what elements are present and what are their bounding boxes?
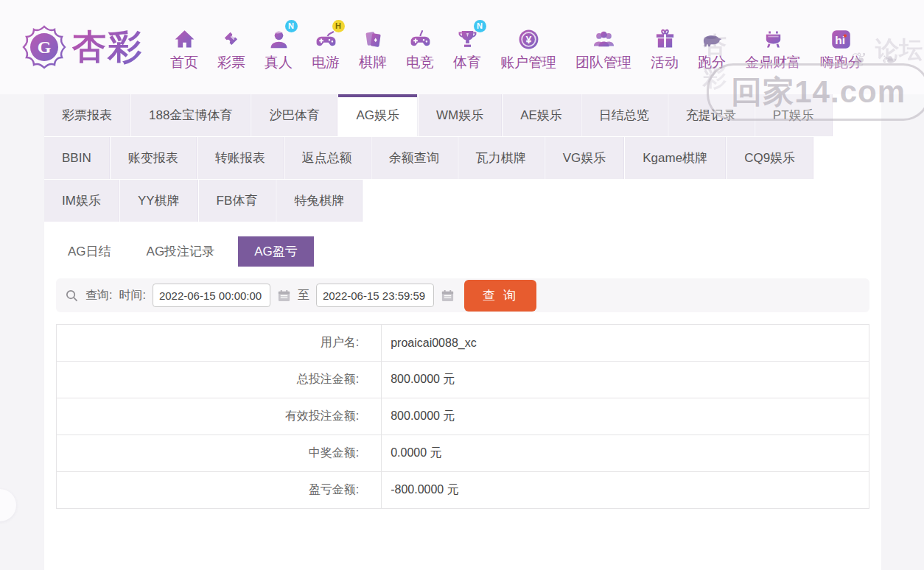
calendar-from-button[interactable] xyxy=(277,289,291,303)
table-row: 中奖金额: 0.0000 元 xyxy=(57,435,869,472)
calendar-to-button[interactable] xyxy=(441,289,455,303)
nav-label: 团队管理 xyxy=(575,53,631,72)
row-value: 0.0000 元 xyxy=(382,435,869,472)
tab-yy-qipai[interactable]: YY棋牌 xyxy=(120,180,198,222)
lottery-ticket-icon xyxy=(220,28,243,51)
row-value: proaicai0088_xc xyxy=(382,325,869,362)
time-label: 时间: xyxy=(119,288,145,303)
ag-subtabs: AG日结 AG投注记录 AG盈亏 xyxy=(56,236,881,267)
nav-item-live[interactable]: N 真人 xyxy=(255,23,302,72)
table-row: 盈亏金额: -800.0000 元 xyxy=(57,472,869,509)
top-navigation-bar: G 杏彩 首页 彩票 N 真人 H 电游 xyxy=(0,0,924,94)
row-label: 有效投注金额: xyxy=(57,398,382,435)
nav-item-slots[interactable]: H 电游 xyxy=(302,23,349,72)
nav-item-hipaofen[interactable]: hi 嗨跑分 xyxy=(811,23,872,72)
nav-item-lottery[interactable]: 彩票 xyxy=(208,23,255,72)
nav-item-activity[interactable]: 活动 xyxy=(641,23,688,72)
nav-item-cards[interactable]: 棋牌 xyxy=(349,23,396,72)
subtab-ag-rijie[interactable]: AG日结 xyxy=(56,236,123,267)
home-icon xyxy=(173,28,196,51)
nav-label: 电竞 xyxy=(406,53,434,72)
nav-item-esports[interactable]: 电竞 xyxy=(396,23,444,72)
nav-item-sports[interactable]: N 体育 xyxy=(444,23,491,72)
tab-ae-yule[interactable]: AE娱乐 xyxy=(503,94,581,136)
tab-zhangbian-baobiao[interactable]: 账变报表 xyxy=(111,137,197,179)
tab-tetu-qipai[interactable]: 特兔棋牌 xyxy=(276,180,363,222)
tab-ag-yule[interactable]: AG娱乐 xyxy=(338,94,418,136)
table-row: 用户名: proaicai0088_xc xyxy=(57,325,869,362)
brand-logo[interactable]: G 杏彩 xyxy=(21,24,150,71)
watermark-ghost-text: 论坛 xyxy=(875,34,923,66)
calendar-icon xyxy=(441,289,455,303)
tab-pt-yule[interactable]: PT娱乐 xyxy=(755,94,833,136)
nav-item-account[interactable]: ¥ 账户管理 xyxy=(491,23,566,72)
activity-gift-icon xyxy=(654,28,676,51)
row-value: 800.0000 元 xyxy=(382,362,869,398)
tab-zhuanzhang-baobiao[interactable]: 转账报表 xyxy=(197,137,284,179)
search-bar: 查询: 时间: 至 查 询 xyxy=(56,278,869,312)
nav-badge: N xyxy=(285,20,298,32)
tab-im-yule[interactable]: IM娱乐 xyxy=(44,180,119,222)
nav-badge: N xyxy=(474,20,486,32)
nav-label: 体育 xyxy=(453,53,481,72)
tab-bbin[interactable]: BBIN xyxy=(44,137,110,179)
brand-name: 杏彩 xyxy=(72,24,143,70)
tab-wm-yule[interactable]: WM娱乐 xyxy=(419,94,502,136)
esports-gamepad-icon xyxy=(409,28,432,51)
ding-cauldron-icon xyxy=(762,28,785,51)
query-submit-button[interactable]: 查 询 xyxy=(464,280,536,312)
nav-label: 彩票 xyxy=(217,53,245,72)
calendar-icon xyxy=(277,289,291,303)
tab-caipiao-baobiao[interactable]: 彩票报表 xyxy=(44,94,130,136)
tab-rijie-zonglan[interactable]: 日结总览 xyxy=(581,94,668,136)
live-person-icon xyxy=(267,28,290,51)
tab-cq9-yule[interactable]: CQ9娱乐 xyxy=(727,137,813,179)
nav-label: 电游 xyxy=(312,53,340,72)
nav-item-jinding[interactable]: 金鼎财富 xyxy=(735,23,811,72)
tab-fb-tiyu[interactable]: FB体育 xyxy=(199,180,276,222)
report-tabs: 彩票报表 188金宝博体育 沙巴体育 AG娱乐 WM娱乐 AE娱乐 日结总览 充… xyxy=(44,94,881,222)
nav-label: 金鼎财富 xyxy=(745,53,801,72)
nav-label: 活动 xyxy=(651,53,679,72)
nav-label: 首页 xyxy=(170,53,198,72)
nav-label: 真人 xyxy=(265,53,293,72)
tab-vg-yule[interactable]: VG娱乐 xyxy=(545,137,625,179)
main-nav: 首页 彩票 N 真人 H 电游 棋牌 xyxy=(161,23,872,72)
nav-label: 嗨跑分 xyxy=(820,53,862,72)
main-content: 彩票报表 188金宝博体育 沙巴体育 AG娱乐 WM娱乐 AE娱乐 日结总览 充… xyxy=(44,94,881,570)
slots-gamepad-icon xyxy=(315,28,337,51)
date-from-input[interactable] xyxy=(153,284,270,307)
tab-kgame-qipai[interactable]: Kgame棋牌 xyxy=(625,137,726,179)
table-row: 总投注金额: 800.0000 元 xyxy=(57,362,869,398)
logo-flower-icon: G xyxy=(21,24,68,71)
cards-icon xyxy=(362,28,385,51)
sports-trophy-icon xyxy=(456,28,479,51)
tab-yue-chaxun[interactable]: 余额查询 xyxy=(371,137,458,179)
subtab-ag-touzhu-jilu[interactable]: AG投注记录 xyxy=(135,236,227,267)
date-to-input[interactable] xyxy=(316,284,434,307)
nav-label: 棋牌 xyxy=(359,53,387,72)
row-value: -800.0000 元 xyxy=(382,472,869,509)
nav-item-team[interactable]: 团队管理 xyxy=(566,23,641,72)
profit-summary-table: 用户名: proaicai0088_xc 总投注金额: 800.0000 元 有… xyxy=(56,324,869,509)
edge-floating-widget[interactable] xyxy=(0,489,16,521)
table-row: 有效投注金额: 800.0000 元 xyxy=(57,398,869,435)
row-label: 盈亏金额: xyxy=(57,472,382,509)
row-label: 中奖金额: xyxy=(57,435,382,472)
nav-item-paofen[interactable]: 跑分 xyxy=(688,23,735,72)
row-value: 800.0000 元 xyxy=(382,398,869,435)
tab-wali-qipai[interactable]: 瓦力棋牌 xyxy=(458,137,545,179)
to-separator: 至 xyxy=(298,288,309,303)
tab-shaba-tiyu[interactable]: 沙巴体育 xyxy=(251,94,337,136)
nav-item-home[interactable]: 首页 xyxy=(161,23,208,72)
rhino-icon xyxy=(701,28,724,51)
nav-badge: H xyxy=(332,20,345,32)
row-label: 总投注金额: xyxy=(57,362,382,398)
query-label: 查询: xyxy=(85,288,112,303)
team-people-icon xyxy=(592,28,615,51)
account-coin-icon: ¥ xyxy=(517,28,540,51)
tab-chongti-jilu[interactable]: 充提记录 xyxy=(668,94,755,136)
tab-fandian-zonge[interactable]: 返点总额 xyxy=(284,137,371,179)
tab-188-jinbaobo[interactable]: 188金宝博体育 xyxy=(131,94,251,136)
subtab-ag-yingkui[interactable]: AG盈亏 xyxy=(238,236,314,267)
